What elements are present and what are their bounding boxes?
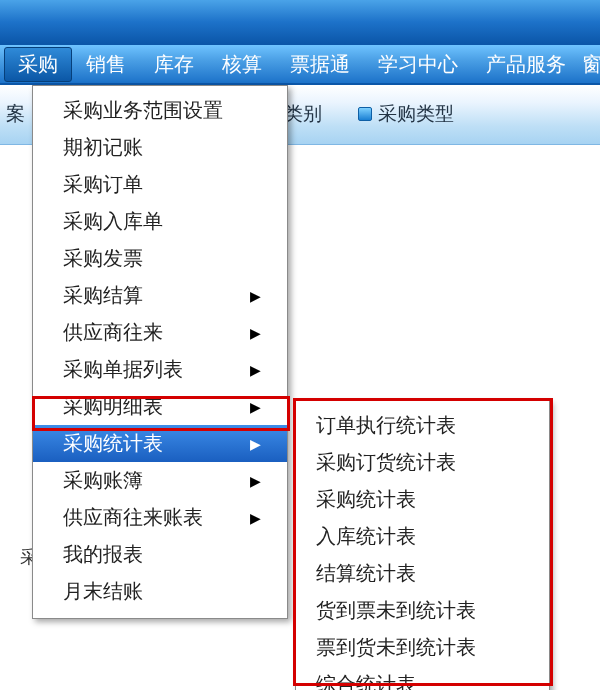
dd-item-supplier-ledger[interactable]: 供应商往来账表▶ — [33, 499, 287, 536]
sub-item-bill-no-goods[interactable]: 票到货未到统计表 — [296, 629, 549, 666]
menu-item-cut[interactable]: 窗 — [580, 47, 600, 82]
chevron-right-icon: ▶ — [250, 473, 261, 489]
menu-item-inventory[interactable]: 库存 — [140, 47, 208, 82]
menu-bar: 采购 销售 库存 核算 票据通 学习中心 产品服务 窗 — [0, 45, 600, 85]
dd-item-supplier[interactable]: 供应商往来▶ — [33, 314, 287, 351]
dd-item-stats[interactable]: 采购统计表▶ — [33, 425, 287, 462]
chevron-right-icon: ▶ — [250, 510, 261, 526]
sub-item-order-stats[interactable]: 采购订货统计表 — [296, 444, 549, 481]
chevron-right-icon: ▶ — [250, 325, 261, 341]
ribbon-type-label: 采购类型 — [378, 101, 454, 127]
purchase-dropdown: 采购业务范围设置 期初记账 采购订单 采购入库单 采购发票 采购结算▶ 供应商往… — [32, 85, 288, 619]
dd-item-initial[interactable]: 期初记账 — [33, 129, 287, 166]
sub-item-purchase-stats[interactable]: 采购统计表 — [296, 481, 549, 518]
dd-item-myreports[interactable]: 我的报表 — [33, 536, 287, 573]
chevron-right-icon: ▶ — [250, 288, 261, 304]
menu-item-product[interactable]: 产品服务 — [472, 47, 580, 82]
dd-item-scope[interactable]: 采购业务范围设置 — [33, 92, 287, 129]
sub-item-order-exec[interactable]: 订单执行统计表 — [296, 407, 549, 444]
sub-item-inbound-stats[interactable]: 入库统计表 — [296, 518, 549, 555]
dd-item-order[interactable]: 采购订单 — [33, 166, 287, 203]
stats-submenu: 订单执行统计表 采购订货统计表 采购统计表 入库统计表 结算统计表 货到票未到统… — [295, 400, 550, 690]
dd-item-invoice[interactable]: 采购发票 — [33, 240, 287, 277]
chevron-right-icon: ▶ — [250, 362, 261, 378]
menu-item-bills[interactable]: 票据通 — [276, 47, 364, 82]
menu-item-sales[interactable]: 销售 — [72, 47, 140, 82]
ribbon-type-group[interactable]: 采购类型 — [358, 101, 454, 127]
type-icon — [358, 107, 372, 121]
ribbon-left-cut: 案 — [6, 101, 25, 127]
dd-item-monthend[interactable]: 月末结账 — [33, 573, 287, 610]
dd-item-ledger[interactable]: 采购账簿▶ — [33, 462, 287, 499]
ribbon-category-label: 类别 — [284, 101, 322, 127]
dd-item-receipt[interactable]: 采购入库单 — [33, 203, 287, 240]
chevron-right-icon: ▶ — [250, 399, 261, 415]
dd-item-detail[interactable]: 采购明细表▶ — [33, 388, 287, 425]
chevron-right-icon: ▶ — [250, 436, 261, 452]
menu-item-accounting[interactable]: 核算 — [208, 47, 276, 82]
menu-item-purchase[interactable]: 采购 — [4, 47, 72, 82]
sub-item-goods-no-bill[interactable]: 货到票未到统计表 — [296, 592, 549, 629]
title-bar — [0, 0, 600, 45]
dd-item-settle[interactable]: 采购结算▶ — [33, 277, 287, 314]
sub-item-combined[interactable]: 综合统计表 — [296, 666, 549, 690]
menu-item-learning[interactable]: 学习中心 — [364, 47, 472, 82]
dd-item-doclist[interactable]: 采购单据列表▶ — [33, 351, 287, 388]
sub-item-settle-stats[interactable]: 结算统计表 — [296, 555, 549, 592]
